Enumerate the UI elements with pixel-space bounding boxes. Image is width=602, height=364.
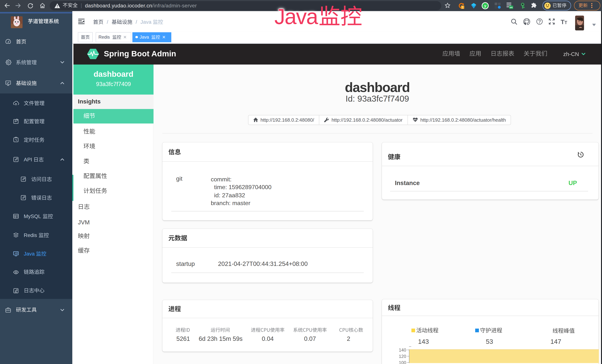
svg-text:1: 1 bbox=[462, 6, 463, 9]
svg-text:on: on bbox=[510, 6, 513, 9]
svg-text:y: y bbox=[484, 3, 486, 8]
